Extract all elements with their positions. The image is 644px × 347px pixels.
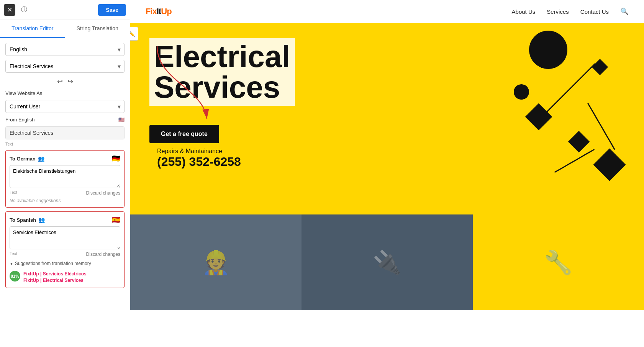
search-icon-button[interactable]: 🔍 (620, 7, 629, 16)
current-user-selector-wrapper: Current User Administrator (5, 100, 125, 113)
worker-image-3: 🔧 (473, 214, 644, 310)
website-preview: FixItUp About Us Services Contact Us 🔍 ✏… (130, 0, 644, 347)
german-people-icon: 👥 (38, 155, 44, 162)
german-translation-section: To German 👥 🇩🇪 Elektrische Dienstleistun… (5, 150, 125, 208)
tagline-text: Repairs & Maintainance (157, 148, 241, 155)
spanish-flag: 🇪🇸 (112, 216, 120, 224)
worker-image-1: 👷 (130, 214, 302, 310)
spanish-header: To Spanish 👥 🇪🇸 (10, 216, 120, 224)
hero-decorations (452, 23, 644, 214)
spanish-discard-link[interactable]: Discard changes (86, 252, 120, 257)
spanish-translation-input[interactable]: Servicios Eléctricos (10, 226, 120, 249)
deco-diamond-4 (593, 149, 626, 181)
worker-image-2: 🔌 (302, 214, 473, 310)
context-selector-wrapper: Electrical Services Home Page About Us (5, 60, 125, 73)
edit-area: ✏️ (142, 34, 156, 48)
site-nav: About Us Services Contact Us 🔍 (512, 7, 629, 16)
phone-number: (255) 352-6258 (157, 155, 241, 169)
context-select[interactable]: Electrical Services Home Page About Us (5, 60, 125, 73)
spanish-translation-footer: Text Discard changes (10, 252, 120, 257)
suggestion-brand: FixItUp (23, 271, 39, 277)
german-label-text: To German (10, 156, 36, 162)
top-bar: ✕ ⓘ Save (0, 0, 130, 20)
suggestion-detail: | Electrical Services (40, 278, 84, 283)
deco-circle-large (529, 31, 567, 69)
translation-panel: ✕ ⓘ Save Translation Editor String Trans… (0, 0, 130, 347)
german-discard-link[interactable]: Discard changes (86, 190, 120, 196)
deco-diamond-2 (568, 131, 590, 153)
source-text-box: Electrical Services (5, 126, 125, 139)
from-english-label: From English (5, 117, 35, 123)
info-button[interactable]: ⓘ (18, 4, 30, 16)
language-select[interactable]: English German Spanish (5, 43, 125, 56)
deco-line-1 (546, 63, 595, 113)
panel-content: English German Spanish Electrical Servic… (0, 38, 130, 347)
tabs-container: Translation Editor String Translation (0, 20, 130, 38)
spanish-field-type: Text (10, 251, 17, 256)
hero-title-line1: Electrical (154, 39, 290, 74)
suggestion-score: 81% (10, 271, 20, 282)
spanish-translation-section: To Spanish 👥 🇪🇸 Servicios Eléctricos Tex… (5, 211, 125, 288)
suggestion-item[interactable]: 81% FixItUp | Servicios Eléctricos FixIt… (10, 271, 120, 284)
german-flag: 🇩🇪 (112, 154, 120, 163)
language-selector-wrapper: English German Spanish (5, 43, 125, 56)
german-no-suggestions: No available suggestions (10, 198, 120, 203)
source-field-type: Text (5, 142, 125, 146)
edit-pencil-button[interactable]: ✏️ (130, 27, 138, 41)
hero-section: ✏️ Electrical Services Get a free quot (130, 23, 644, 214)
hero-title-box: Electrical Services (149, 38, 295, 106)
nav-arrows: ↩ ↪ (5, 77, 125, 87)
tab-translation-editor[interactable]: Translation Editor (0, 20, 65, 38)
from-english-header: From English 🇺🇸 (5, 117, 125, 123)
deco-circle-medium (514, 84, 529, 100)
deco-line-3 (554, 149, 595, 173)
german-translation-footer: Text Discard changes (10, 190, 120, 196)
images-section: 👷 🔌 🔧 (130, 214, 644, 310)
deco-diamond-3 (592, 59, 608, 75)
spanish-lang-label: To Spanish 👥 (10, 217, 45, 223)
suggestion-text: FixItUp | Servicios Eléctricos FixItUp |… (23, 271, 87, 284)
nav-contact-us[interactable]: Contact Us (580, 8, 609, 15)
nav-about-us[interactable]: About Us (512, 8, 536, 15)
get-quote-button[interactable]: Get a free quote (149, 125, 219, 143)
spanish-people-icon: 👥 (38, 217, 45, 223)
worker-figure-1: 👷 (130, 214, 302, 310)
deco-diamond-1 (525, 103, 552, 131)
hero-content: Electrical Services Get a free quote Rep… (149, 38, 295, 169)
worker-figure-2: 🔌 (302, 214, 473, 310)
english-flag: 🇺🇸 (118, 117, 125, 123)
next-arrow-button[interactable]: ↪ (67, 77, 73, 86)
german-field-type: Text (10, 190, 17, 195)
hero-title-line2: Services (154, 70, 280, 104)
german-header: To German 👥 🇩🇪 (10, 154, 120, 163)
current-user-select[interactable]: Current User Administrator (5, 100, 125, 113)
suggestion-highlight: FixItUp (23, 278, 39, 283)
view-as-label: View Website As (5, 90, 125, 96)
suggestions-toggle[interactable]: Suggestions from translation memory (10, 261, 120, 266)
site-logo: FixItUp (146, 7, 172, 16)
deco-line-2 (587, 103, 615, 150)
spanish-label-text: To Spanish (10, 217, 36, 223)
german-lang-label: To German 👥 (10, 155, 44, 162)
worker-figure-3: 🔧 (473, 214, 644, 310)
nav-services[interactable]: Services (547, 8, 569, 15)
close-button[interactable]: ✕ (4, 4, 15, 16)
tab-string-translation[interactable]: String Translation (65, 20, 130, 38)
prev-arrow-button[interactable]: ↩ (57, 77, 63, 86)
hero-title: Electrical Services (154, 41, 290, 103)
save-button[interactable]: Save (98, 4, 126, 16)
german-translation-input[interactable]: Elektrische Dienstleistungen (10, 165, 120, 188)
suggestion-sep: | Servicios Eléctricos (40, 271, 87, 277)
website-header: FixItUp About Us Services Contact Us 🔍 (130, 0, 644, 23)
